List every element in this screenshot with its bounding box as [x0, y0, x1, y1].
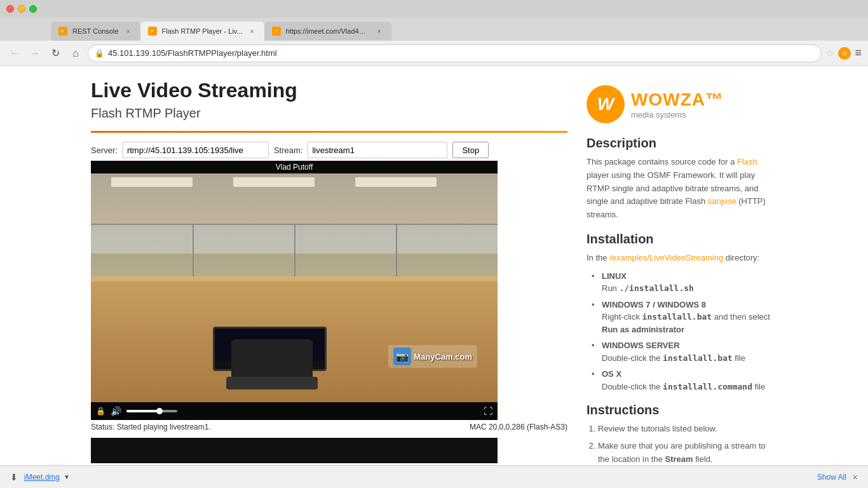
- download-bar-close[interactable]: ×: [853, 472, 858, 482]
- video-title-bar: Vlad Putoff: [91, 161, 498, 173]
- install-item-osx: OS X Double-click the installall.command…: [592, 368, 777, 393]
- download-item: iMeet.dmg ▼: [24, 473, 70, 482]
- title-bar: [0, 0, 868, 18]
- tab-title-imeet: https://imeet.com/Vlad439...: [286, 27, 370, 35]
- black-bar: [91, 438, 498, 463]
- stream-label: Stream:: [274, 146, 303, 155]
- tab-favicon-flash: F: [148, 27, 157, 36]
- description-text: This package contains source code for a …: [587, 156, 777, 222]
- video-controls: 🔒 🔊 ⛶: [91, 402, 498, 420]
- reload-button[interactable]: ↻: [47, 45, 64, 62]
- controls-row: Server: Stream: Stop: [91, 142, 567, 158]
- download-icon: ⬇: [10, 472, 18, 482]
- watermark: 📷 ManyCam.com: [388, 345, 477, 368]
- video-area[interactable]: 📷 ManyCam.com: [91, 173, 498, 402]
- linux-platform: LINUX: [602, 271, 627, 281]
- left-column: Live Video Streaming Flash RTMP Player S…: [91, 79, 567, 488]
- installation-heading: Installation: [587, 232, 777, 247]
- address-bar[interactable]: 🔒: [88, 44, 822, 62]
- install-item-linux: LINUX Run ./installall.sh: [592, 270, 777, 295]
- sanjose-link[interactable]: sanjose: [708, 196, 736, 206]
- watermark-text: ManyCam.com: [414, 352, 472, 362]
- wowza-name: WOWZA™: [631, 90, 724, 110]
- tab-close-flash[interactable]: ×: [248, 27, 257, 36]
- extension-icon[interactable]: ⊙: [838, 47, 851, 60]
- instruction-1: Review the tutorials listed below.: [598, 423, 777, 436]
- page-content: Live Video Streaming Flash RTMP Player S…: [0, 66, 868, 488]
- right-column: W WOWZA™ media systems Description This …: [587, 79, 777, 488]
- stream-input[interactable]: [308, 142, 447, 158]
- examples-link[interactable]: /examples/LiveVideoStreaming: [609, 253, 723, 262]
- menu-icon[interactable]: ≡: [855, 46, 862, 60]
- tab-title-flash: Flash RTMP Player - Liv...: [162, 27, 243, 35]
- forward-button[interactable]: →: [27, 45, 43, 62]
- chair: [221, 339, 323, 402]
- windows-bat: installall.bat: [642, 312, 712, 322]
- install-list: LINUX Run ./installall.sh WINDOWS 7 / WI…: [592, 270, 777, 393]
- server-input[interactable]: [123, 142, 269, 158]
- tab-close-rest[interactable]: ×: [124, 27, 133, 36]
- status-value: Started playing livestream1.: [117, 423, 211, 431]
- show-all-button[interactable]: Show All: [817, 473, 846, 482]
- install-item-winserver: WINDOWS SERVER Double-click the installa…: [592, 339, 777, 364]
- download-filename[interactable]: iMeet.dmg: [24, 473, 60, 482]
- mac-info: MAC 20,0,0,286 (Flash-AS3): [470, 423, 567, 431]
- wowza-logo: W WOWZA™ media systems: [587, 85, 777, 123]
- desk-top: [91, 276, 498, 281]
- tab-favicon-rest: R: [58, 27, 67, 36]
- tabs-bar: R REST Console × F Flash RTMP Player - L…: [0, 18, 868, 41]
- winserver-platform: WINDOWS SERVER: [602, 341, 680, 350]
- chair-seat: [226, 377, 318, 390]
- close-window-button[interactable]: [6, 5, 14, 13]
- video-container: Vlad Putoff: [91, 161, 498, 420]
- ceiling-light-1: [111, 177, 193, 187]
- tab-imeet[interactable]: i https://imeet.com/Vlad439... ×: [264, 22, 391, 41]
- stop-button[interactable]: Stop: [452, 142, 489, 158]
- linux-command: ./installall.sh: [619, 283, 693, 293]
- wowza-tagline: media systems: [631, 110, 724, 119]
- winserver-bat: installall.bat: [663, 353, 733, 363]
- chair-back: [231, 339, 313, 377]
- download-arrow[interactable]: ▼: [64, 473, 70, 480]
- installation-intro: In the /examples/LiveVideoStreaming dire…: [587, 252, 777, 265]
- windows-platform: WINDOWS 7 / WINDOWS 8: [602, 300, 706, 309]
- download-bar: ⬇ iMeet.dmg ▼ Show All ×: [0, 465, 868, 488]
- windows-run-as: Run as administrator: [602, 325, 684, 334]
- minimize-window-button[interactable]: [18, 5, 25, 13]
- lock-icon: 🔒: [95, 49, 104, 58]
- page-inner: Live Video Streaming Flash RTMP Player S…: [72, 66, 796, 488]
- tab-favicon-imeet: i: [272, 27, 281, 36]
- maximize-window-button[interactable]: [29, 5, 37, 13]
- home-button[interactable]: ⌂: [67, 45, 84, 62]
- osx-platform: OS X: [602, 369, 621, 379]
- page-subtitle: Flash RTMP Player: [91, 106, 567, 121]
- description-heading: Description: [587, 136, 777, 151]
- ceiling-light-2: [233, 177, 315, 187]
- tab-flash-player[interactable]: F Flash RTMP Player - Liv... ×: [140, 22, 264, 41]
- wowza-emblem: W: [587, 85, 625, 123]
- status-row: Status: Started playing livestream1. MAC…: [91, 423, 567, 431]
- tab-rest-console[interactable]: R REST Console ×: [51, 22, 140, 41]
- wowza-text: WOWZA™ media systems: [631, 90, 724, 119]
- address-input[interactable]: [108, 48, 815, 58]
- status-label: Status:: [91, 423, 114, 431]
- osx-command: installall.command: [663, 382, 752, 391]
- instructions-heading: Instructions: [587, 403, 777, 417]
- volume-slider[interactable]: [126, 410, 177, 412]
- divider: [91, 131, 567, 133]
- tab-close-imeet[interactable]: ×: [375, 27, 384, 36]
- tab-title-rest: REST Console: [72, 27, 119, 35]
- bookmark-star-icon[interactable]: ☆: [825, 47, 834, 59]
- status-text: Status: Started playing livestream1.: [91, 423, 211, 431]
- fullscreen-icon[interactable]: ⛶: [484, 406, 492, 416]
- back-button[interactable]: ←: [6, 45, 23, 62]
- nav-bar: ← → ↻ ⌂ 🔒 ☆ ⊙ ≡: [0, 41, 868, 66]
- flash-link[interactable]: Flash: [737, 157, 757, 166]
- server-label: Server:: [91, 146, 118, 155]
- watermark-icon: 📷: [393, 348, 411, 365]
- ceiling-light-3: [355, 177, 437, 187]
- volume-icon: 🔊: [111, 406, 121, 416]
- volume-thumb[interactable]: [156, 408, 163, 414]
- browser-window: R REST Console × F Flash RTMP Player - L…: [0, 0, 868, 488]
- install-item-windows: WINDOWS 7 / WINDOWS 8 Right-click instal…: [592, 299, 777, 336]
